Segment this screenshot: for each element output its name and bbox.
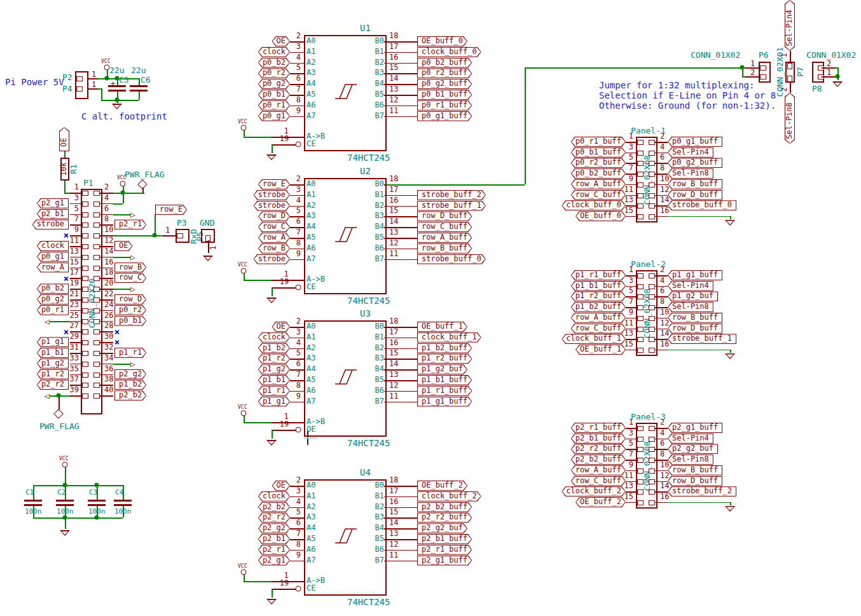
pin-stub[interactable] (655, 350, 668, 351)
wire[interactable] (113, 364, 130, 365)
net-label[interactable]: p0_b1_buff (417, 90, 472, 100)
net-label[interactable]: row_B (114, 263, 146, 273)
net-label[interactable]: row_C_buff (571, 324, 626, 334)
net-label[interactable]: row_C (114, 273, 146, 283)
wire[interactable] (668, 350, 730, 351)
net-label[interactable]: row_C_buff (571, 476, 626, 486)
net-label[interactable]: p1_b2 (258, 343, 290, 353)
wire[interactable] (244, 416, 245, 422)
pin-stub[interactable] (272, 144, 296, 146)
net-label[interactable]: p0_r1 (258, 100, 290, 111)
wire[interactable] (387, 184, 525, 186)
net-label[interactable]: row_B_buff (668, 465, 722, 476)
net-label[interactable]: p1_g2_buf (417, 364, 467, 374)
net-label[interactable]: p0_r2 (114, 305, 146, 315)
wire[interactable] (139, 92, 140, 100)
pin-stub[interactable] (88, 88, 97, 90)
wire[interactable] (525, 67, 526, 184)
wire[interactable] (668, 502, 730, 503)
pwr-flag-icon[interactable] (53, 409, 64, 419)
net-label[interactable]: Sel-Pin8 (668, 302, 713, 312)
net-label[interactable]: p1_g1 (37, 337, 69, 347)
net-label[interactable]: OE_buff_0 (575, 211, 626, 221)
net-label[interactable]: OE (114, 241, 132, 251)
net-label[interactable]: clock (258, 491, 290, 502)
wire[interactable] (64, 181, 65, 193)
wire[interactable] (730, 502, 731, 505)
pin-stub[interactable] (100, 395, 113, 397)
net-label[interactable]: p1_b1 (37, 348, 69, 358)
wire[interactable] (113, 214, 130, 216)
pin-stub[interactable] (272, 430, 296, 431)
wire[interactable] (113, 193, 144, 194)
net-label[interactable]: p1_g2 (258, 364, 290, 374)
pin-stub[interactable] (626, 350, 636, 351)
net-label[interactable]: clock (258, 47, 290, 57)
net-label[interactable]: p0_g1_buff (668, 137, 722, 147)
pin-stub[interactable] (655, 502, 668, 503)
net-label[interactable]: clock_buff_1 (561, 334, 626, 344)
connector-body-P6[interactable] (759, 62, 771, 83)
net-label[interactable]: p0_g2 (37, 294, 69, 305)
net-label[interactable]: row_A_buff (571, 465, 626, 476)
net-label[interactable]: p2_b1_buff (417, 534, 472, 544)
pin-stub[interactable] (290, 561, 304, 562)
net-label[interactable]: row_A_buff (571, 313, 626, 323)
net-label[interactable]: p1_g1 (258, 397, 290, 407)
net-label[interactable]: p0_g1 (37, 252, 69, 262)
net-label[interactable]: clock_buff_0 (561, 200, 626, 210)
wire[interactable] (33, 517, 123, 519)
gnd-symbol[interactable] (266, 154, 277, 160)
net-label[interactable]: strobe_buff_1 (668, 334, 736, 344)
pin-stub[interactable] (70, 395, 81, 397)
pin-stub[interactable] (290, 116, 304, 118)
wire[interactable] (123, 193, 124, 203)
net-label[interactable]: p1_b1 (258, 375, 290, 385)
wire[interactable] (113, 257, 130, 258)
net-label[interactable]: p1_b2_buff (417, 343, 472, 353)
wire[interactable] (244, 280, 272, 281)
net-label[interactable]: p0_b1 (258, 90, 290, 100)
net-label[interactable]: strobe (254, 254, 290, 264)
net-label[interactable]: p2_r1 (258, 545, 290, 555)
wire[interactable] (244, 130, 245, 137)
net-label[interactable]: p0_r1_buff (571, 137, 626, 147)
pin-stub[interactable] (272, 287, 296, 289)
net-label[interactable]: Sel-Pin4 (668, 281, 713, 291)
net-label[interactable]: Sel-Pin4 (785, 0, 795, 51)
net-label[interactable]: p0_b1 (114, 316, 146, 326)
net-label[interactable]: p0_r1 (37, 305, 69, 315)
net-label[interactable]: row_A_buff (417, 233, 472, 243)
net-label[interactable]: p2_r1_buff (571, 423, 626, 433)
net-label[interactable]: Sel-Pin8 (785, 93, 795, 144)
net-label[interactable]: p2_g1_buff (417, 556, 472, 566)
net-label[interactable]: p2_b2_buff (571, 455, 626, 465)
net-label[interactable]: OE_buff_1 (417, 322, 467, 332)
pin-stub[interactable] (290, 402, 304, 403)
net-label[interactable]: p1_b1_buff (571, 281, 626, 291)
net-label[interactable]: p2_r2_buff (571, 444, 626, 454)
net-label[interactable]: row_C_buff (571, 190, 626, 200)
net-label[interactable]: OE_buff_2 (417, 481, 467, 491)
net-label[interactable]: p1_r1_buff (417, 386, 472, 396)
wire[interactable] (139, 78, 140, 85)
wire[interactable] (668, 216, 730, 217)
schematic-canvas[interactable]: Pi Power 5V C alt. footprint Jumper for … (0, 0, 861, 616)
net-label[interactable]: strobe (254, 190, 290, 200)
pin-stub[interactable] (88, 78, 97, 79)
net-label[interactable]: row_D (114, 294, 146, 305)
gnd-symbol[interactable] (266, 440, 277, 446)
gnd-symbol[interactable] (725, 506, 735, 512)
net-label[interactable]: p1_r2_buff (417, 353, 472, 364)
net-label[interactable]: OE (59, 127, 69, 151)
net-label[interactable]: p0_g2_buff (668, 158, 722, 168)
net-label[interactable]: clock_buff_0 (417, 47, 481, 57)
pin-stub[interactable] (272, 589, 296, 590)
net-label[interactable]: clock_buff_2 (417, 491, 481, 502)
pin-stub[interactable] (790, 83, 791, 93)
net-label[interactable]: p2_g2 (258, 523, 290, 533)
net-label[interactable]: p1_r2 (258, 353, 290, 364)
net-label[interactable]: p2_g1 (258, 556, 290, 566)
wire[interactable] (101, 88, 102, 100)
pin-stub[interactable] (384, 402, 417, 403)
